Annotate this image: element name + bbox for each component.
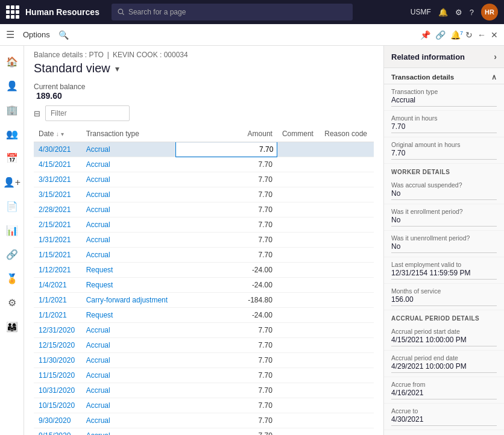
cell-reason-code — [320, 218, 374, 233]
refresh-icon[interactable]: ↻ — [465, 30, 473, 40]
cell-date: 4/15/2021 — [34, 157, 81, 172]
table-row[interactable]: 11/30/2020Accrual7.70 — [34, 353, 374, 368]
sidebar-item-people[interactable]: 👥 — [1, 123, 23, 145]
cell-date: 1/15/2021 — [34, 248, 81, 263]
subsection-accrual-period: ACCRUAL PERIOD DETAILS — [384, 310, 504, 324]
field-value: 7.70 — [391, 149, 497, 160]
app-grid-icon[interactable] — [6, 5, 19, 19]
cell-reason-code — [320, 383, 374, 398]
secondary-navigation: ☰ Options 🔍 📌 🔗 🔔7 ↻ ← ✕ — [0, 24, 504, 46]
search-placeholder: Search for a page — [128, 8, 186, 16]
section-transaction-details[interactable]: Transaction details ∧ — [384, 68, 504, 84]
amount-edit-input[interactable] — [176, 143, 277, 156]
sidebar-item-calendar[interactable]: 📅 — [1, 147, 23, 169]
table-row[interactable]: 1/15/2021Accrual7.70 — [34, 248, 374, 263]
sidebar-item-person[interactable]: 👤 — [1, 75, 23, 96]
cell-amount: 7.70 — [175, 218, 277, 233]
view-dropdown-icon[interactable]: ▾ — [115, 64, 119, 74]
cell-date: 1/12/2021 — [34, 263, 81, 278]
sidebar-item-chart[interactable]: 📊 — [1, 219, 23, 241]
top-right-icons: USMF 🔔 ⚙ ? HR — [411, 4, 498, 20]
close-icon[interactable]: ✕ — [491, 30, 498, 40]
cell-comment — [277, 172, 320, 187]
settings-icon[interactable]: ⚙ — [455, 8, 462, 17]
field-original-amount-hours: Original amount in hours 7.70 — [384, 137, 504, 164]
sidebar-item-user-add[interactable]: 👤+ — [1, 171, 23, 193]
filter-icon[interactable]: ⊟ — [34, 109, 40, 118]
table-row[interactable]: 9/30/2020Accrual7.70 — [34, 413, 374, 428]
sidebar-item-home[interactable]: 🏠 — [1, 51, 23, 72]
pin-icon[interactable]: 📌 — [420, 30, 430, 40]
field-label: Months of service — [391, 287, 497, 295]
col-comment[interactable]: Comment — [277, 126, 320, 142]
right-panel-title: Related information — [391, 52, 465, 61]
table-row[interactable]: 4/15/2021Accrual7.70 — [34, 157, 374, 172]
field-value: No — [391, 189, 497, 200]
cell-type: Accrual — [81, 428, 176, 436]
right-panel: Related information › Transaction detail… — [383, 46, 504, 435]
cell-reason-code — [320, 202, 374, 218]
table-row[interactable]: 11/15/2020Accrual7.70 — [34, 368, 374, 383]
sidebar-item-building[interactable]: 🏢 — [1, 99, 23, 120]
cell-amount[interactable] — [175, 142, 277, 157]
field-transaction-type: Transaction type Accrual — [384, 84, 504, 111]
left-sidebar: 🏠 👤 🏢 👥 📅 👤+ 📄 📊 🔗 🏅 ⚙ 👨‍👩‍👧 — [0, 46, 24, 435]
cell-reason-code — [320, 157, 374, 172]
options-button[interactable]: Options — [19, 29, 54, 40]
current-balance-label: Current balance — [34, 83, 85, 91]
table-row[interactable]: 1/12/2021Request-24.00 — [34, 263, 374, 278]
cell-date: 12/31/2020 — [34, 323, 81, 338]
cell-comment — [277, 428, 320, 436]
table-row[interactable]: 1/1/2021Carry-forward adjustment-184.80 — [34, 293, 374, 308]
back-icon[interactable]: ← — [477, 30, 486, 40]
cell-reason-code — [320, 187, 374, 202]
help-icon[interactable]: ? — [470, 8, 474, 17]
field-value: 156.00 — [391, 295, 497, 306]
table-row[interactable]: 1/31/2021Accrual7.70 — [34, 233, 374, 248]
hamburger-menu[interactable]: ☰ — [6, 29, 14, 40]
nav-search-icon[interactable]: 🔍 — [58, 30, 69, 40]
table-row[interactable]: 2/28/2021Accrual7.70 — [34, 202, 374, 218]
sidebar-item-group[interactable]: 👨‍👩‍👧 — [1, 316, 23, 337]
sidebar-item-award[interactable]: 🏅 — [1, 268, 23, 289]
filter-input[interactable] — [45, 105, 130, 121]
cell-comment — [277, 263, 320, 278]
table-row[interactable]: 12/15/2020Accrual7.70 — [34, 338, 374, 353]
right-panel-collapse-icon[interactable]: › — [494, 52, 497, 61]
cell-amount: 7.70 — [175, 172, 277, 187]
share-icon[interactable]: 🔗 — [435, 30, 446, 40]
cell-reason-code — [320, 338, 374, 353]
table-row[interactable]: 1/4/2021Request-24.00 — [34, 278, 374, 293]
table-header: Date ↓ ▾ Transaction type Amount Comment… — [34, 126, 374, 142]
field-label: Was it enrollment period? — [391, 208, 497, 215]
user-avatar[interactable]: HR — [481, 4, 498, 20]
cell-date: 10/31/2020 — [34, 383, 81, 398]
col-reason-code[interactable]: Reason code — [320, 126, 374, 142]
col-amount[interactable]: Amount — [175, 126, 277, 142]
table-row[interactable]: 2/15/2021Accrual7.70 — [34, 218, 374, 233]
table-row[interactable]: 10/15/2020Accrual7.70 — [34, 398, 374, 413]
table-row[interactable]: 12/31/2020Accrual7.70 — [34, 323, 374, 338]
table-row[interactable]: 9/15/2020Accrual7.70 — [34, 428, 374, 436]
table-row[interactable]: 10/31/2020Accrual7.70 — [34, 383, 374, 398]
table-row[interactable]: 1/1/2021Request-24.00 — [34, 308, 374, 323]
notification-icon[interactable]: 🔔 — [438, 8, 448, 17]
notification-bell-icon[interactable]: 🔔7 — [450, 30, 461, 40]
sidebar-item-settings-person[interactable]: ⚙ — [1, 292, 23, 313]
cell-comment — [277, 248, 320, 263]
cell-amount: 7.70 — [175, 338, 277, 353]
cell-reason-code — [320, 293, 374, 308]
table-row[interactable]: 3/15/2021Accrual7.70 — [34, 187, 374, 202]
cell-reason-code — [320, 398, 374, 413]
col-date[interactable]: Date ↓ ▾ — [34, 126, 81, 142]
col-transaction-type[interactable]: Transaction type — [81, 126, 176, 142]
global-search-bar[interactable]: Search for a page — [112, 4, 353, 20]
cell-reason-code — [320, 308, 374, 323]
sidebar-item-link[interactable]: 🔗 — [1, 243, 23, 265]
field-value: No — [391, 216, 497, 227]
sidebar-item-document[interactable]: 📄 — [1, 195, 23, 217]
table-row[interactable]: 4/30/2021Accrual — [34, 142, 374, 157]
field-label: Amount in hours — [391, 114, 497, 122]
field-enrollment-period: Was it enrollment period? No — [384, 204, 504, 231]
table-row[interactable]: 3/31/2021Accrual7.70 — [34, 172, 374, 187]
